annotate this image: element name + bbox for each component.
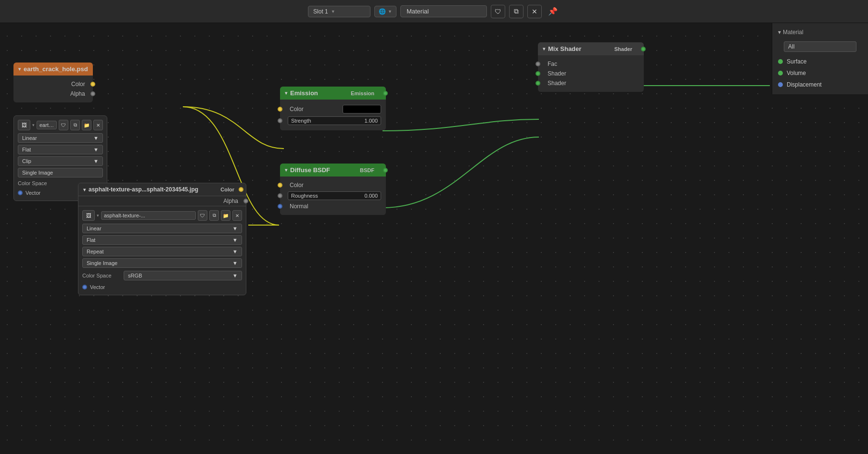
asphalt-vector-label: Vector [90,284,105,290]
emission-color-label: Color [290,106,304,113]
chevron-icon: ▾ [778,29,781,36]
folder-btn-small[interactable]: 📁 [82,120,91,130]
right-panel: ▾ Material All Surface Volume Displaceme… [772,23,868,94]
emission-strength-socket[interactable] [278,118,282,123]
emission-chevron: ▾ [285,90,287,96]
mix-fac-socket[interactable] [536,62,540,66]
copy-btn-small[interactable]: ⧉ [70,120,80,130]
extension-value: Clip [22,158,31,164]
displacement-label: Displacement [787,81,822,88]
emission-node: ▾ Emission Emission Color Strength 1.000 [280,87,386,130]
filter-all[interactable]: All [784,41,856,52]
right-panel-header: ▾ Material [772,27,868,38]
asphalt-chevron: ▾ [83,187,86,192]
asphalt-projection[interactable]: Flat ▼ [82,235,242,245]
globe-dropdown-arrow: ▼ [388,9,392,14]
asphalt-folder-btn[interactable]: 📁 [221,210,230,221]
asphalt-color-label: Color [220,187,234,192]
asphalt-title: asphalt-texture-asp...sphalt-2034545.jpg [89,186,198,193]
top-toolbar: Slot 1 ▼ 🌐 ▼ 🛡 ⧉ ✕ 📌 [0,0,868,23]
mix-shader1-label: Shader [548,70,566,77]
slot-dropdown-arrow: ▼ [331,9,335,14]
asphalt-filename[interactable]: asphalt-texture-... [101,211,196,220]
pin-button[interactable]: 📌 [546,5,560,18]
asphalt-shield-btn[interactable]: 🛡 [198,210,207,221]
interpolation-dropdown[interactable]: Linear ▼ [18,133,103,143]
vector-socket-earth[interactable] [18,190,23,195]
asphalt-interp-val: Linear [87,226,102,231]
diffuse-title: Diffuse BSDF [290,166,330,174]
color-output-socket[interactable] [90,82,95,87]
interp-arrow: ▼ [93,135,99,141]
socket-volume: Volume [772,67,868,79]
diffuse-normal-socket[interactable] [278,204,282,209]
mix-shader2-socket[interactable] [536,81,540,86]
frame-value: Single Image [22,170,53,176]
asphalt-frame[interactable]: Single Image ▼ [82,258,242,268]
image-icon-btn[interactable]: 🖼 [18,120,30,130]
surface-label: Surface [787,58,806,65]
slot-dropdown[interactable]: Slot 1 ▼ [308,6,370,17]
surface-socket-dot [778,59,783,64]
emission-body: Color Strength 1.000 [280,100,386,130]
bsdf-out-label: BSDF [360,167,374,173]
bsdf-output-socket[interactable] [383,168,388,173]
strength-label: Strength [291,118,311,124]
extension-dropdown[interactable]: Clip ▼ [18,156,103,166]
earth-filename[interactable]: earth_crack_hole... [37,121,57,129]
asphalt-color-space-dropdown[interactable]: sRGB ▼ [124,271,242,280]
ext-arrow: ▼ [93,158,99,164]
asphalt-node: ▾ asphalt-texture-asp...sphalt-2034545.j… [78,183,246,295]
emission-out-label: Emission [351,90,374,96]
volume-label: Volume [787,70,806,76]
emission-color-box[interactable] [343,105,381,114]
mix-shader-chevron: ▾ [543,46,545,51]
asphalt-copy-btn[interactable]: ⧉ [209,210,219,221]
asphalt-vector-socket[interactable] [82,285,87,290]
close-button[interactable]: ✕ [527,5,542,18]
asphalt-color-socket[interactable] [239,187,243,192]
asphalt-ext-val: Repeat [87,249,103,254]
earth-crack-chevron: ▾ [18,66,21,72]
close-btn-small[interactable]: ✕ [93,120,103,130]
mix-shader-title: Mix Shader [548,45,581,52]
material-input[interactable] [400,5,487,17]
asphalt-extension[interactable]: Repeat ▼ [82,247,242,256]
asphalt-interpolation[interactable]: Linear ▼ [82,224,242,233]
socket-displacement: Displacement [772,79,868,90]
diffuse-bsdf-node: ▾ Diffuse BSDF BSDF Color Roughness 0.00… [280,164,386,215]
copy-button[interactable]: ⧉ [509,5,523,18]
proj-arrow: ▼ [93,147,99,152]
globe-icon: 🌐 [379,8,386,15]
asphalt-alpha-label: Alpha [223,198,238,204]
diffuse-normal-label: Normal [290,203,308,210]
asphalt-image-icon[interactable]: 🖼 [82,210,95,221]
shield-btn-small[interactable]: 🛡 [59,120,68,130]
socket-surface: Surface [772,56,868,67]
globe-button[interactable]: 🌐 ▼ [374,6,396,17]
emission-strength-input[interactable]: Strength 1.000 [288,116,381,125]
shield-icon: 🛡 [495,8,501,15]
slot-label: Slot 1 [313,8,328,15]
asphalt-proj-val: Flat [87,237,95,243]
asphalt-close-btn[interactable]: ✕ [232,210,242,221]
alpha-output-socket[interactable] [90,91,95,96]
projection-dropdown[interactable]: Flat ▼ [18,145,103,154]
right-panel-title: Material [783,29,804,36]
asphalt-alpha-socket[interactable] [243,199,248,203]
mix-shader1-socket[interactable] [536,71,540,76]
frame-dropdown[interactable]: Single Image [18,168,103,177]
diffuse-roughness-socket[interactable] [278,193,282,198]
strength-value: 1.000 [364,118,378,124]
diffuse-color-input-socket[interactable] [278,183,282,188]
shield-button[interactable]: 🛡 [491,5,505,18]
emission-output-socket[interactable] [383,91,388,96]
earth-crack-title: earth_crack_hole.psd [24,65,88,73]
mix-shader2-label: Shader [548,80,566,87]
emission-color-input-socket[interactable] [278,107,282,112]
diffuse-roughness-input[interactable]: Roughness 0.000 [288,191,381,200]
asphalt-panel-body: 🖼 ▾ asphalt-texture-... 🛡 ⧉ 📁 ✕ Linear ▼… [78,206,246,295]
mix-shader-output-socket[interactable] [641,47,646,51]
projection-value: Flat [22,147,31,152]
image-chevron: ▾ [32,123,35,127]
